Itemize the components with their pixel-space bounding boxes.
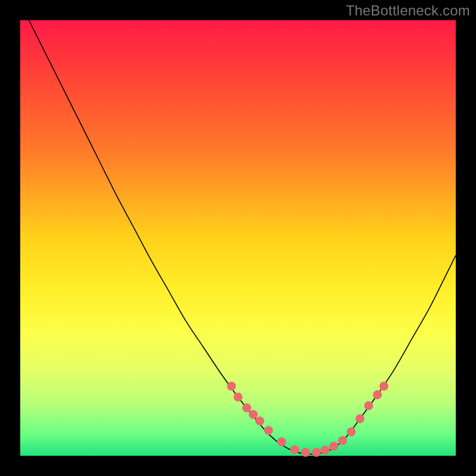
curve-marker	[330, 441, 339, 450]
chart-svg	[20, 20, 456, 456]
curve-marker	[234, 393, 243, 402]
curve-marker	[249, 410, 258, 419]
curve-marker	[277, 437, 286, 446]
curve-marker	[290, 445, 299, 454]
watermark-text: TheBottleneck.com	[346, 2, 470, 19]
curve-marker	[227, 381, 236, 390]
curve-marker	[364, 401, 373, 410]
curve-marker	[321, 446, 330, 455]
curve-marker	[264, 426, 273, 435]
marker-group	[227, 381, 389, 456]
curve-marker	[255, 416, 264, 425]
curve-marker	[380, 381, 389, 390]
curve-marker	[338, 436, 347, 445]
curve-marker	[312, 448, 321, 457]
curve-marker	[347, 427, 356, 436]
chart-container: TheBottleneck.com	[0, 0, 476, 476]
plot-area	[20, 20, 456, 456]
bottleneck-curve	[20, 3, 456, 455]
curve-marker	[242, 403, 251, 412]
curve-marker	[355, 414, 364, 423]
curve-marker	[301, 448, 310, 457]
curve-marker	[373, 390, 382, 399]
